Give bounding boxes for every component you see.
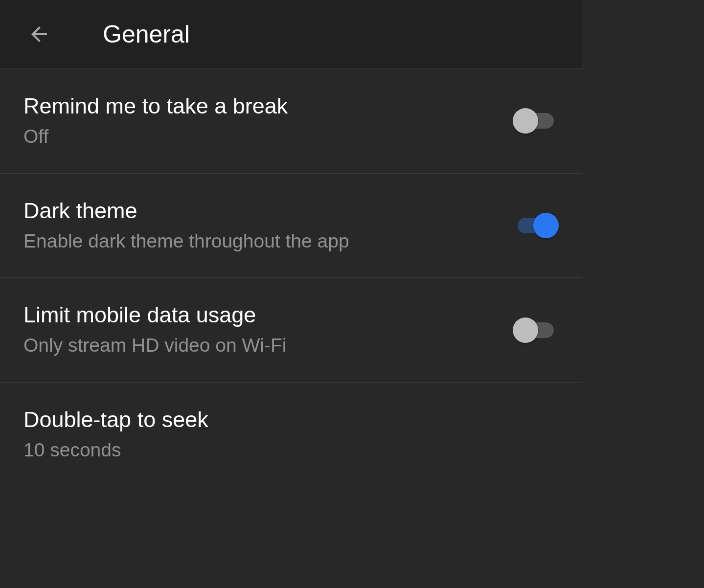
setting-limit-data[interactable]: Limit mobile data usage Only stream HD v… xyxy=(0,278,582,383)
setting-text: Dark theme Enable dark theme throughout … xyxy=(23,198,513,254)
settings-list: Remind me to take a break Off Dark theme… xyxy=(0,69,582,487)
setting-subtitle: 10 seconds xyxy=(23,438,559,463)
toggle-thumb xyxy=(513,108,538,134)
setting-subtitle: Enable dark theme throughout the app xyxy=(23,229,513,254)
toggle-limit-data[interactable] xyxy=(513,317,559,344)
setting-subtitle: Off xyxy=(23,124,513,149)
setting-title: Remind me to take a break xyxy=(23,93,513,119)
setting-title: Double-tap to seek xyxy=(23,407,559,433)
setting-title: Dark theme xyxy=(23,198,513,224)
setting-title: Limit mobile data usage xyxy=(23,302,513,328)
setting-break-reminder[interactable]: Remind me to take a break Off xyxy=(0,69,582,174)
setting-text: Limit mobile data usage Only stream HD v… xyxy=(23,302,513,358)
toggle-thumb xyxy=(533,213,559,238)
page-title: General xyxy=(103,20,190,48)
toggle-thumb xyxy=(513,317,538,343)
toggle-break-reminder[interactable] xyxy=(513,107,559,135)
back-button[interactable] xyxy=(25,21,53,48)
app-header: General xyxy=(0,0,582,69)
setting-text: Double-tap to seek 10 seconds xyxy=(23,407,559,463)
toggle-dark-theme[interactable] xyxy=(513,212,559,239)
setting-text: Remind me to take a break Off xyxy=(23,93,513,149)
setting-subtitle: Only stream HD video on Wi-Fi xyxy=(23,333,513,358)
setting-dark-theme[interactable]: Dark theme Enable dark theme throughout … xyxy=(0,174,582,278)
setting-doubletap-seek[interactable]: Double-tap to seek 10 seconds xyxy=(0,383,582,487)
arrow-left-icon xyxy=(27,23,51,46)
